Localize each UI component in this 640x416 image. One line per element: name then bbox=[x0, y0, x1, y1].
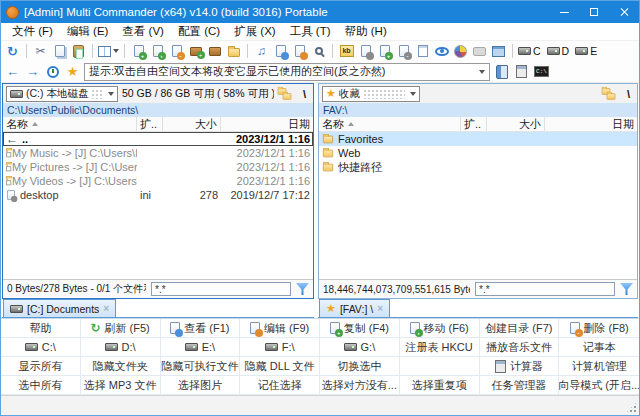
preview-icon[interactable] bbox=[272, 43, 289, 60]
table-row[interactable]: Web bbox=[319, 146, 637, 160]
registry-hkcu-button[interactable]: 注册表 HKCU bbox=[400, 338, 480, 357]
maximize-button[interactable] bbox=[579, 1, 609, 23]
column-header-size[interactable]: 大小 bbox=[487, 117, 545, 131]
right-path-bar[interactable]: FAV:\ bbox=[319, 103, 637, 117]
right-root-button[interactable]: \ bbox=[623, 88, 634, 100]
column-header-ext[interactable]: 扩.. bbox=[137, 117, 163, 131]
size-kb-icon[interactable]: kb bbox=[338, 43, 355, 60]
notepad-button[interactable]: 记事本 bbox=[559, 338, 639, 357]
menu-extensions[interactable]: 扩展 (X) bbox=[227, 24, 283, 39]
view-filter-eye-icon[interactable] bbox=[433, 43, 450, 60]
music-icon[interactable]: ♫ bbox=[253, 43, 270, 60]
favorites-star-icon[interactable]: ★ bbox=[64, 63, 81, 80]
column-header-name[interactable]: 名称 bbox=[3, 117, 137, 131]
left-free-space[interactable]: 50 GB / 86 GB 可用 ( 58% 可用 ) bbox=[122, 87, 274, 101]
table-row[interactable]: My Videos -> [J] C:\Users\Public\Videos … bbox=[3, 174, 313, 188]
column-header-size[interactable]: 大小 bbox=[163, 117, 221, 131]
select-missing-button[interactable]: 选择对方没有... bbox=[320, 376, 400, 395]
forward-icon[interactable]: → bbox=[24, 63, 41, 80]
back-icon[interactable]: ← bbox=[4, 63, 21, 80]
menu-config[interactable]: 配置 (C) bbox=[171, 24, 227, 39]
goto-d-button[interactable]: D:\ bbox=[81, 338, 161, 357]
file-minus-icon[interactable]: - bbox=[395, 43, 412, 60]
hide-folders-button[interactable]: 隐藏文件夹 bbox=[81, 357, 161, 376]
fkey-move-button[interactable]: ›移动 (F6) bbox=[400, 319, 480, 338]
tab-fav[interactable]: ★ [FAV:] \ × bbox=[319, 299, 390, 317]
table-row-selected[interactable]: Favorites bbox=[319, 132, 637, 146]
split-view-icon[interactable] bbox=[98, 43, 119, 60]
drive-d-button[interactable]: D bbox=[547, 43, 574, 60]
goto-c-button[interactable]: C:\ bbox=[1, 338, 81, 357]
fkey-help-button[interactable]: 帮助 bbox=[1, 319, 81, 338]
goto-f-button[interactable]: F:\ bbox=[240, 338, 320, 357]
folder-tree-icon[interactable] bbox=[602, 86, 619, 101]
calculator-button[interactable]: 计算器 bbox=[480, 357, 560, 376]
left-filter-input[interactable] bbox=[151, 282, 291, 296]
file-plus-icon[interactable]: + bbox=[376, 43, 393, 60]
fkey-delete-button[interactable]: -删除 (F8) bbox=[559, 319, 639, 338]
resize-grip[interactable] bbox=[626, 402, 637, 413]
drive-c-button[interactable]: C bbox=[518, 43, 545, 60]
edit-file-icon[interactable] bbox=[291, 43, 308, 60]
table-row[interactable]: desktop ini 278 2019/12/7 17:12 bbox=[3, 188, 313, 202]
play-music-button[interactable]: 播放音乐文件 bbox=[480, 338, 560, 357]
calculator-icon[interactable] bbox=[513, 63, 530, 80]
refresh-icon[interactable]: ↻ bbox=[4, 43, 21, 60]
select-mp3-button[interactable]: 选择 MP3 文件 bbox=[81, 376, 161, 395]
file-delete-icon[interactable]: - bbox=[168, 43, 185, 60]
table-row[interactable]: 快捷路径 bbox=[319, 160, 637, 174]
cut-icon[interactable]: ✂ bbox=[32, 43, 49, 60]
fkey-mkdir-button[interactable]: 创建目录 (F7) bbox=[480, 319, 560, 338]
toggle-selection-button[interactable]: 切换选中 bbox=[320, 357, 400, 376]
task-manager-button[interactable]: 任务管理器 bbox=[480, 376, 560, 395]
file-copy-icon[interactable]: + bbox=[130, 43, 147, 60]
file-move-icon[interactable]: › bbox=[149, 43, 166, 60]
checksum-icon[interactable] bbox=[357, 43, 374, 60]
pack-icon[interactable]: + bbox=[187, 43, 204, 60]
remember-selection-button[interactable]: 记住选择 bbox=[240, 376, 320, 395]
left-path-bar[interactable]: C:\Users\Public\Documents\ bbox=[3, 103, 313, 117]
select-images-button[interactable]: 选择图片 bbox=[161, 376, 241, 395]
right-drive-selector[interactable]: ★ 收藏 bbox=[322, 86, 420, 102]
command-prompt-icon[interactable]: C:\ bbox=[533, 63, 550, 80]
select-duplicates-button[interactable]: 选择重复项 bbox=[400, 376, 480, 395]
tab-close-icon[interactable]: × bbox=[103, 303, 109, 314]
column-header-date[interactable]: 日期 bbox=[221, 117, 313, 131]
computer-management-button[interactable]: 计算机管理 bbox=[559, 357, 639, 376]
notes-book-icon[interactable] bbox=[493, 63, 510, 80]
goto-g-button[interactable]: G:\ bbox=[320, 338, 400, 357]
hide-dll-button[interactable]: 隐藏 DLL 文件 bbox=[240, 357, 320, 376]
drive-e-button[interactable]: E bbox=[575, 43, 601, 60]
fkey-view-button[interactable]: 查看 (F1) bbox=[161, 319, 241, 338]
filter-funnel-icon[interactable] bbox=[296, 283, 309, 295]
hint-combobox[interactable]: 提示:双击自由空间文本将改变它显示已使用的空间(反之亦然) bbox=[84, 63, 490, 81]
filter-funnel-icon[interactable] bbox=[620, 283, 633, 295]
hide-executables-button[interactable]: 隐藏可执行文件 bbox=[161, 357, 241, 376]
column-header-name[interactable]: 名称 bbox=[319, 117, 461, 131]
right-filter-input[interactable] bbox=[475, 282, 615, 296]
menu-file[interactable]: 文件 (F) bbox=[5, 24, 60, 39]
column-header-date[interactable]: 日期 bbox=[545, 117, 637, 131]
fkey-refresh-button[interactable]: ↻刷新 (F5) bbox=[81, 319, 161, 338]
select-all-button[interactable]: 选中所有 bbox=[1, 376, 81, 395]
folder-tree-icon[interactable] bbox=[278, 86, 295, 101]
table-row[interactable]: My Music -> [J] C:\Users\Public\Music 20… bbox=[3, 146, 313, 160]
table-row[interactable]: My Pictures -> [J] C:\Users\Public\Pictu… bbox=[3, 160, 313, 174]
menu-help[interactable]: 帮助 (H) bbox=[338, 24, 394, 39]
fkey-copy-button[interactable]: +复制 (F4) bbox=[320, 319, 400, 338]
wizard-mode-button[interactable]: 向导模式 (开启... bbox=[559, 376, 639, 395]
unpack-icon[interactable] bbox=[206, 43, 223, 60]
left-root-button[interactable]: \ bbox=[299, 88, 310, 100]
search-icon[interactable] bbox=[310, 43, 327, 60]
copy-icon[interactable] bbox=[51, 43, 68, 60]
tab-c-documents[interactable]: [C:] Documents × bbox=[3, 299, 116, 317]
close-button[interactable] bbox=[609, 1, 639, 23]
disk-usage-pie-icon[interactable] bbox=[452, 43, 469, 60]
left-drive-selector[interactable]: (C:) 本地磁盘 bbox=[6, 86, 118, 102]
table-row-up[interactable]: ←.. 2023/12/1 1:16 bbox=[3, 132, 313, 146]
menu-view[interactable]: 查看 (V) bbox=[115, 24, 171, 39]
tab-close-icon[interactable]: × bbox=[377, 303, 383, 314]
clipboard-icon[interactable] bbox=[414, 43, 431, 60]
minimize-button[interactable] bbox=[549, 1, 579, 23]
menu-tools[interactable]: 工具 (T) bbox=[283, 24, 338, 39]
